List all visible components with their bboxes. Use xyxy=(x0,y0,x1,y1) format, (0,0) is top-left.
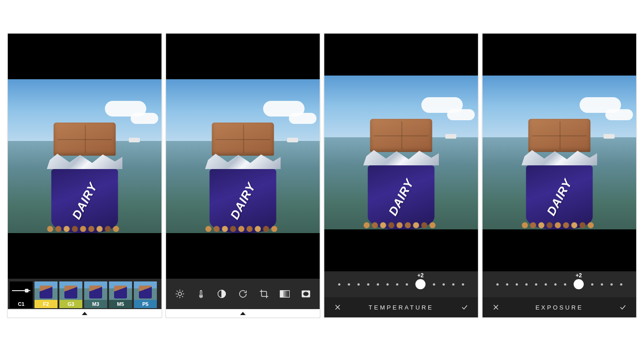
slider-tick xyxy=(452,283,454,286)
contrast-tool[interactable] xyxy=(213,285,231,303)
preset-thumbnail xyxy=(59,281,82,300)
slider-tick xyxy=(545,283,547,286)
adjustment-slider[interactable]: +2 xyxy=(483,271,636,297)
photo-canvas[interactable]: DAIRY xyxy=(483,34,636,271)
slider-tick xyxy=(564,283,566,286)
preset-code-label: M3 xyxy=(84,300,107,308)
preset-p5[interactable]: P5 xyxy=(134,281,157,308)
preset-c1[interactable]: C1 xyxy=(10,281,33,308)
vignette-icon xyxy=(301,290,310,298)
slider-knob[interactable] xyxy=(574,279,584,289)
fade-icon xyxy=(280,290,290,298)
vignette-tool[interactable] xyxy=(297,285,315,303)
slider-tick xyxy=(601,283,603,286)
chevron-up-icon xyxy=(240,312,246,315)
svg-line-7 xyxy=(177,296,178,297)
svg-line-8 xyxy=(182,291,183,292)
svg-rect-13 xyxy=(284,291,286,298)
preset-m3[interactable]: M3 xyxy=(84,281,107,308)
photo-canvas[interactable]: DAIRY xyxy=(166,34,320,279)
preset-filter-strip[interactable]: C1F2G3M3M5P5 xyxy=(8,279,161,309)
preset-code-label: P5 xyxy=(134,300,157,308)
svg-point-9 xyxy=(200,296,201,297)
cancel-button[interactable] xyxy=(332,301,344,313)
slider-tick xyxy=(406,283,408,286)
slider-tick xyxy=(525,283,528,286)
brightness-tool[interactable] xyxy=(171,285,189,303)
check-icon xyxy=(460,304,469,311)
expand-handle[interactable] xyxy=(166,309,320,317)
crop-tool[interactable] xyxy=(255,285,273,303)
confirm-button[interactable] xyxy=(617,301,629,313)
slider-tick xyxy=(591,283,593,286)
slider-tick xyxy=(554,283,557,286)
expand-handle[interactable] xyxy=(8,309,161,317)
slider-tick xyxy=(496,283,499,286)
slider-action-bar: EXPOSURE xyxy=(483,297,636,317)
preset-code-label: G3 xyxy=(59,300,82,308)
check-icon xyxy=(618,304,627,311)
svg-rect-14 xyxy=(286,291,288,298)
svg-line-5 xyxy=(177,291,178,292)
confirm-button[interactable] xyxy=(459,301,471,313)
edited-photo: DAIRY xyxy=(483,76,636,229)
preset-code-label: C1 xyxy=(10,300,33,308)
editor-screen-presets: DAIRY C1F2G3M3M5P5 xyxy=(7,33,162,318)
slider-tick xyxy=(516,283,518,286)
svg-point-0 xyxy=(178,292,181,295)
svg-rect-12 xyxy=(280,291,283,298)
fade-tool[interactable] xyxy=(276,285,294,303)
rotate-icon xyxy=(238,289,248,299)
slider-tick xyxy=(386,283,389,286)
temperature-tool[interactable] xyxy=(192,285,210,303)
preset-code-label: M5 xyxy=(109,300,132,308)
slider-tick xyxy=(620,283,622,286)
preset-thumbnail xyxy=(109,281,132,300)
editor-screen-exposure: DAIRY +2 EXPOSURE xyxy=(482,33,637,318)
editor-screen-tools: DAIRY xyxy=(165,33,321,318)
slider-tick xyxy=(433,283,435,286)
slider-tick xyxy=(338,283,340,286)
slider-tick xyxy=(377,283,379,286)
photo-canvas[interactable]: DAIRY xyxy=(324,34,478,271)
cancel-button[interactable] xyxy=(490,301,502,313)
close-icon xyxy=(334,304,341,311)
thermometer-icon xyxy=(196,289,206,299)
slider-action-bar: TEMPERATURE xyxy=(324,297,478,317)
edited-photo: DAIRY xyxy=(324,76,478,229)
slider-tick xyxy=(348,283,350,286)
slider-value-label: +2 xyxy=(417,272,424,279)
svg-point-16 xyxy=(303,292,309,296)
preset-g3[interactable]: G3 xyxy=(59,281,82,308)
slider-value-label: +2 xyxy=(575,272,582,279)
sun-icon xyxy=(175,289,185,299)
edited-photo: DAIRY xyxy=(8,79,161,233)
chevron-up-icon xyxy=(82,312,87,315)
preset-f2[interactable]: F2 xyxy=(34,281,58,308)
slider-tick xyxy=(506,283,508,286)
slider-tick xyxy=(535,283,537,286)
slider-tick xyxy=(367,283,369,286)
adjustment-title: EXPOSURE xyxy=(535,304,583,311)
svg-line-6 xyxy=(182,296,183,297)
product-label: DAIRY xyxy=(385,177,416,218)
contrast-icon xyxy=(217,289,227,299)
product-label: DAIRY xyxy=(544,177,575,218)
editor-screen-temperature: DAIRY +2 TEMPERATURE xyxy=(323,33,479,318)
adjustment-slider[interactable]: +2 xyxy=(324,271,478,297)
slider-tick xyxy=(396,283,398,286)
close-icon xyxy=(492,304,500,311)
tool-icon-strip[interactable] xyxy=(166,279,320,309)
product-label: DAIRY xyxy=(227,181,258,222)
slider-knob[interactable] xyxy=(415,279,426,289)
preset-thumbnail xyxy=(34,281,58,300)
photo-canvas[interactable]: DAIRY xyxy=(8,34,161,279)
slider-tick xyxy=(610,283,613,286)
rotate-tool[interactable] xyxy=(234,285,252,303)
edited-photo: DAIRY xyxy=(166,79,320,233)
preset-thumbnail xyxy=(134,281,157,300)
preset-code-label: F2 xyxy=(34,300,58,308)
product-label: DAIRY xyxy=(69,181,100,222)
preset-thumbnail xyxy=(84,281,107,300)
preset-m5[interactable]: M5 xyxy=(109,281,132,308)
